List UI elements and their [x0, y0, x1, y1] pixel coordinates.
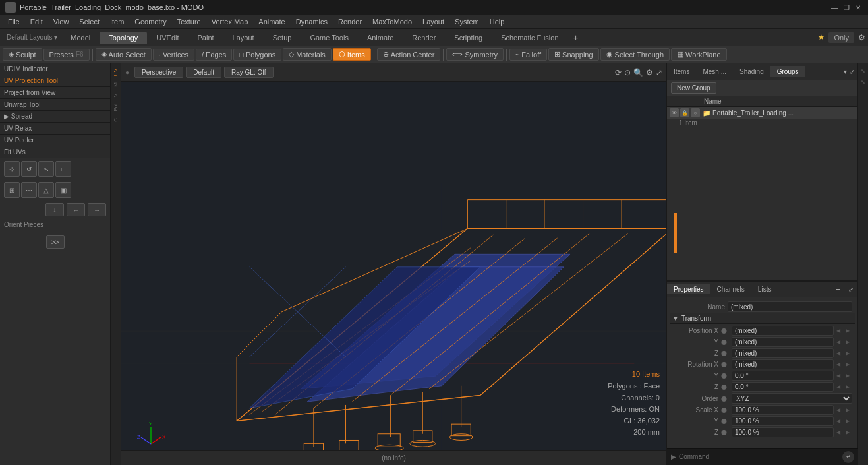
scale-x-anim2[interactable]: ▶ [846, 407, 852, 413]
command-input[interactable] [679, 453, 842, 460]
rot-z-anim2[interactable]: ▶ [846, 384, 852, 390]
menu-render[interactable]: Render [333, 16, 367, 27]
eye-icon[interactable]: 👁 [670, 108, 679, 117]
scale-z-anim[interactable]: ◀ [836, 429, 843, 435]
pos-z-anim2[interactable]: ▶ [846, 350, 852, 356]
menu-help[interactable]: Help [484, 16, 510, 27]
rot-x-anim2[interactable]: ▶ [846, 361, 852, 367]
close-button[interactable]: ✕ [854, 3, 863, 12]
lock-icon[interactable]: 🔒 [680, 108, 689, 117]
menu-animate[interactable]: Animate [253, 16, 290, 27]
scale-z-field[interactable] [732, 427, 834, 437]
window-controls[interactable]: — ❐ ✕ [830, 3, 863, 12]
perspective-button[interactable]: Perspective [134, 67, 183, 78]
menu-maxtomodo[interactable]: MaxToModo [367, 16, 417, 27]
menu-edit[interactable]: Edit [25, 16, 48, 27]
scale-z-lock[interactable]: ⬤ [721, 429, 729, 435]
menu-view[interactable]: View [48, 16, 74, 27]
scale-y-anim2[interactable]: ▶ [846, 418, 852, 424]
maximize-button[interactable]: ❐ [842, 3, 851, 12]
command-submit[interactable]: ↵ [842, 451, 854, 463]
rot-y-lock[interactable]: ⬤ [721, 373, 729, 379]
scale-icon[interactable]: ⤡ [38, 161, 54, 177]
action-center-button[interactable]: ⊕ Action Center [377, 48, 441, 61]
presets-button[interactable]: Presets F6 [43, 49, 90, 61]
left-arrow-button[interactable]: ← [67, 203, 85, 216]
scale-y-anim[interactable]: ◀ [836, 418, 843, 424]
scale-z-anim2[interactable]: ▶ [846, 429, 852, 435]
select-through-button[interactable]: ◉ Select Through [600, 48, 670, 61]
grid-icon[interactable]: ⊞ [4, 182, 20, 198]
auto-select-button[interactable]: ◈ Auto Select [96, 48, 152, 61]
rotation-z-field[interactable] [732, 382, 834, 392]
materials-button[interactable]: ◇ Materials [283, 48, 332, 61]
settings-icon[interactable]: ⚙ [858, 33, 865, 42]
scale-y-field[interactable] [732, 416, 834, 426]
pos-z-anim[interactable]: ◀ [836, 350, 843, 356]
menu-layout[interactable]: Layout [417, 16, 449, 27]
menu-vertex-map[interactable]: Vertex Map [206, 16, 254, 27]
tab-layout[interactable]: Layout [223, 32, 264, 44]
rotation-x-field[interactable] [732, 359, 834, 369]
spread-label[interactable]: ▶ Spread [0, 111, 110, 122]
tab-scripting[interactable]: Scripting [445, 32, 492, 44]
rot-x-lock[interactable]: ⬤ [721, 361, 729, 367]
order-select[interactable]: XYZ [732, 393, 852, 404]
right-panel-chevron[interactable]: ▾ [844, 68, 847, 75]
props-add-button[interactable]: + [832, 284, 844, 295]
workplane-button[interactable]: ▦ WorkPlane [671, 48, 727, 61]
expand-more-button[interactable]: >> [46, 235, 65, 249]
props-tab-lists[interactable]: Lists [751, 284, 778, 294]
tab-render[interactable]: Render [403, 32, 445, 44]
viewport-canvas[interactable]: X Y Z 10 Items Polygons : Face Channels:… [121, 82, 666, 465]
polygons-button[interactable]: □ Polygons [233, 49, 281, 61]
uv-projection-tool-label[interactable]: UV Projection Tool [0, 75, 110, 86]
pos-z-lock[interactable]: ⬤ [721, 350, 729, 356]
uv-relax-label[interactable]: UV Relax [0, 123, 110, 134]
rot-z-lock[interactable]: ⬤ [721, 384, 729, 390]
tri-icon[interactable]: △ [38, 182, 54, 198]
name-field[interactable] [728, 301, 852, 312]
pos-y-lock[interactable]: ⬤ [721, 339, 729, 345]
tab-game-tools[interactable]: Game Tools [301, 32, 358, 44]
down-arrow-button[interactable]: ↓ [45, 203, 64, 216]
tab-animate[interactable]: Animate [358, 32, 403, 44]
tab-uvedit[interactable]: UVEdit [147, 32, 188, 44]
pos-y-anim[interactable]: ◀ [836, 339, 843, 345]
rotation-y-field[interactable] [732, 371, 834, 381]
dots-icon[interactable]: ⋯ [21, 182, 37, 198]
viewport-expand-icon[interactable]: ⤢ [656, 68, 662, 77]
scale-y-lock[interactable]: ⬤ [721, 418, 729, 424]
menu-item[interactable]: Item [105, 16, 129, 27]
rot-y-anim2[interactable]: ▶ [846, 373, 852, 379]
vertices-button[interactable]: · Vertices [153, 49, 194, 61]
menu-dynamics[interactable]: Dynamics [291, 16, 333, 27]
minimize-button[interactable]: — [830, 3, 839, 12]
pos-x-lock[interactable]: ⬤ [721, 328, 729, 334]
viewport[interactable]: ● Perspective Default Ray GL: Off ⟳ ⊙ 🔍 … [121, 63, 666, 465]
only-button[interactable]: Only [828, 32, 854, 43]
menu-select[interactable]: Select [74, 16, 105, 27]
udim-indicator-label[interactable]: UDIM Indicator [0, 63, 110, 75]
box-icon[interactable]: ▣ [55, 182, 71, 198]
sculpt-button[interactable]: ◈ Sculpt [3, 48, 42, 61]
symmetry-button[interactable]: ⟺ Symmetry [446, 48, 504, 61]
tab-items[interactable]: Items [667, 66, 696, 77]
pos-x-anim[interactable]: ◀ [836, 328, 843, 334]
tab-schematic[interactable]: Schematic Fusion [492, 32, 567, 44]
scale-x-field[interactable] [732, 405, 834, 415]
tab-topology[interactable]: Topology [100, 32, 147, 44]
default-shading-button[interactable]: Default [186, 67, 221, 78]
menu-texture[interactable]: Texture [172, 16, 206, 27]
uv-peeler-label[interactable]: UV Peeler [0, 135, 110, 146]
menu-file[interactable]: File [3, 16, 25, 27]
rot-y-anim[interactable]: ◀ [836, 373, 843, 379]
transform-icon[interactable]: ⊹ [4, 161, 20, 177]
add-tab-button[interactable]: + [568, 31, 584, 44]
position-x-field[interactable] [732, 326, 834, 336]
vis-icon[interactable]: ○ [691, 108, 700, 117]
frame-icon[interactable]: ⊙ [624, 68, 631, 77]
item-row-1[interactable]: 👁 🔒 ○ 📁 Portable_Trailer_Loading ... [667, 107, 857, 119]
props-tab-channels[interactable]: Channels [710, 284, 751, 294]
pos-x-anim2[interactable]: ▶ [846, 328, 852, 334]
